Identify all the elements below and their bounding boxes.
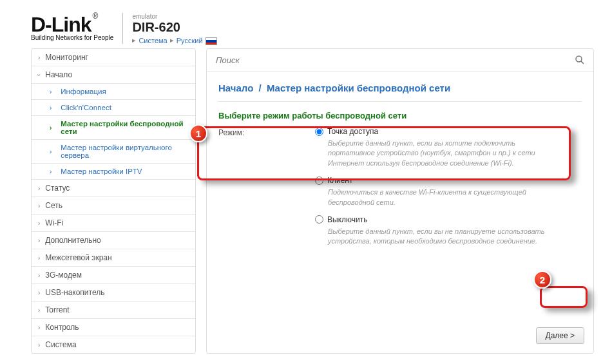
sidebar-item-label: Межсетевой экран [45,253,111,262]
sidebar-item[interactable]: ›Мониторинг [32,49,195,66]
breadcrumb-root[interactable]: Начало [218,82,253,93]
footer-bar: Далее > [536,327,585,344]
sidebar-item-label: Сеть [45,201,62,210]
chevron-right-icon: › [50,168,52,175]
sidebar-item-label: Wi-Fi [45,218,63,227]
sidebar-item[interactable]: ›Система [32,336,195,353]
model-block: emulator DIR-620 ▸ Система ▸ Русский [132,13,216,44]
bc-system-link[interactable]: Система [139,37,167,44]
chevron-right-icon: › [50,104,52,111]
mode-form-row: Режим: Точка доступаВыберите данный пунк… [218,127,582,254]
chevron-right-icon: ▸ [170,36,174,44]
sidebar-subitem-label: Мастер настройки IPTV [61,168,142,175]
emulator-label: emulator [132,13,216,20]
chevron-right-icon: › [38,185,40,192]
search-wrap [207,49,593,72]
sidebar-item[interactable]: ›Контроль [32,319,195,336]
chevron-right-icon: › [38,289,40,296]
bc-language-link[interactable]: Русский [177,37,203,44]
chevron-right-icon: ▸ [132,36,136,44]
radio-option: Точка доступаВыберите данный пункт, если… [315,127,582,168]
annotation-badge-1: 1 [189,124,207,142]
sidebar-subitem[interactable]: ›Click'n'Connect [32,100,195,116]
radio-option-desc: Выберите данный пункт, если вы хотите по… [328,139,560,168]
search-input[interactable] [207,49,593,72]
logo-subtitle: Building Networks for People [31,34,113,41]
header-breadcrumb: ▸ Система ▸ Русский [132,36,216,44]
sidebar-subitem[interactable]: ›Мастер настройки IPTV [32,164,195,180]
radio-input[interactable] [315,177,323,185]
radio-option-desc: Выберите данный пункт, если вы не планир… [328,227,560,247]
radio-option: ВыключитьВыберите данный пункт, если вы … [315,215,582,247]
next-button[interactable]: Далее > [536,327,585,344]
annotation-badge-2: 2 [533,271,551,289]
chevron-right-icon: › [38,202,40,209]
sidebar-item-label: Мониторинг [45,53,88,62]
sidebar-subitem-label: Click'n'Connect [61,104,111,111]
flag-ru-icon [206,37,217,45]
sidebar-subitem[interactable]: ›Информация [32,84,195,100]
chevron-right-icon: › [38,341,40,349]
chevron-right-icon: › [38,220,40,227]
sidebar-item[interactable]: ›3G-модем [32,267,195,284]
svg-line-1 [581,61,584,64]
mode-options: Точка доступаВыберите данный пункт, если… [315,127,582,254]
radio-option-name: Выключить [327,215,367,224]
sidebar-item[interactable]: ›Начало [32,66,195,84]
header: D-Link® Building Networks for People emu… [12,0,600,48]
chevron-right-icon: › [38,324,40,331]
logo: D-Link® Building Networks for People [31,13,113,41]
svg-point-0 [576,56,582,62]
chevron-right-icon: › [35,73,43,75]
sidebar-subitem[interactable]: ›Мастер настройки беспроводной сети [32,116,195,140]
sidebar-item[interactable]: ›Wi-Fi [32,215,195,232]
logo-registered-icon: ® [93,12,99,21]
breadcrumb: Начало / Мастер настройки беспроводной с… [218,80,582,102]
chevron-right-icon: › [38,54,40,61]
chevron-right-icon: › [50,88,52,95]
sidebar-item[interactable]: ›Сеть [32,197,195,215]
sidebar-subitem-label: Мастер настройки беспроводной сети [61,120,189,135]
sidebar-item[interactable]: ›Статус [32,180,195,197]
radio-option: КлиентПодключиться в качестве Wi-Fi-клие… [315,176,582,207]
sidebar-item[interactable]: ›Torrent [32,302,195,319]
sidebar-item[interactable]: ›Межсетевой экран [32,249,195,267]
chevron-right-icon: › [38,254,40,262]
sidebar-item-label: 3G-модем [45,271,82,280]
sidebar-item-label: Дополнительно [45,236,100,245]
breadcrumb-current: Мастер настройки беспроводной сети [267,82,450,93]
chevron-right-icon: › [38,237,40,244]
breadcrumb-separator: / [256,82,264,93]
chevron-right-icon: › [38,307,40,314]
sidebar-item-label: Torrent [45,305,69,314]
radio-input[interactable] [315,215,323,224]
model-name: DIR-620 [132,20,216,35]
radio-input[interactable] [315,128,323,136]
main-panel: Начало / Мастер настройки беспроводной с… [206,48,594,354]
chevron-right-icon: › [50,148,52,155]
radio-label[interactable]: Клиент [315,176,582,185]
radio-option-desc: Подключиться в качестве Wi-Fi-клиента к … [328,187,560,207]
search-icon[interactable] [574,54,586,68]
radio-option-name: Точка доступа [327,127,378,136]
sidebar-item[interactable]: ›Дополнительно [32,232,195,249]
logo-text: D-Link [31,13,91,37]
sidebar-item-label: Система [45,340,76,349]
radio-option-name: Клиент [327,176,353,185]
header-divider [122,13,123,44]
sidebar-item-label: USB-накопитель [45,288,104,297]
sidebar-subitem-label: Информация [61,88,106,95]
sidebar-item-label: Статус [45,184,70,193]
chevron-right-icon: › [38,272,40,279]
sidebar-item-label: Контроль [45,323,79,332]
radio-label[interactable]: Выключить [315,215,582,224]
sidebar: ›Мониторинг›Начало›Информация›Click'n'Co… [31,48,196,354]
chevron-right-icon: › [50,124,52,131]
radio-label[interactable]: Точка доступа [315,127,582,136]
section-title: Выберите режим работы беспроводной сети [218,111,582,120]
mode-label: Режим: [218,127,302,137]
sidebar-subitem[interactable]: ›Мастер настройки виртуального сервера [32,140,195,164]
sidebar-subitem-label: Мастер настройки виртуального сервера [61,144,189,159]
sidebar-item-label: Начало [45,70,72,79]
sidebar-item[interactable]: ›USB-накопитель [32,284,195,302]
